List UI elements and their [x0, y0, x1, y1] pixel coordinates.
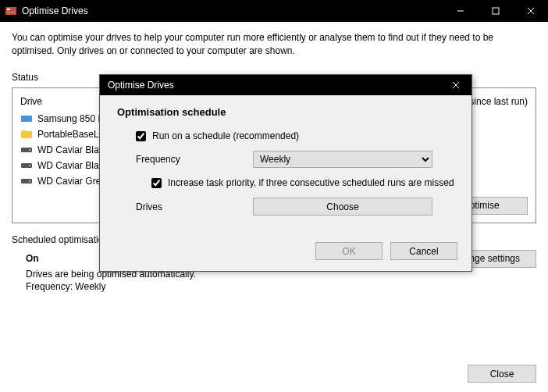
minimize-button[interactable]: [443, 0, 478, 22]
window-titlebar: Optimise Drives: [0, 0, 548, 22]
app-icon: [5, 5, 17, 17]
window-title: Optimise Drives: [22, 5, 443, 16]
run-schedule-label: Run on a schedule (recommended): [152, 130, 299, 141]
drive-name: WD Caviar Black: [37, 160, 109, 171]
hdd-icon: [20, 175, 33, 187]
svg-rect-1: [7, 9, 10, 10]
schedule-frequency: Frequency: Weekly: [26, 281, 443, 292]
svg-point-13: [29, 149, 30, 151]
ssd-icon: [20, 112, 33, 125]
folder-icon: [20, 128, 33, 141]
increase-priority-label: Increase task priority, if three consecu…: [168, 177, 454, 188]
schedule-dialog: Optimise Drives Optimisation schedule Ru…: [99, 74, 472, 272]
increase-priority-checkbox[interactable]: Increase task priority, if three consecu…: [151, 177, 454, 188]
ok-button[interactable]: OK: [315, 242, 383, 260]
increase-priority-input[interactable]: [151, 178, 162, 188]
close-button[interactable]: [513, 0, 548, 22]
svg-rect-3: [7, 12, 15, 13]
frequency-label: Frequency: [136, 154, 253, 165]
svg-rect-11: [21, 130, 26, 133]
hdd-icon: [20, 144, 33, 156]
svg-rect-8: [21, 116, 32, 122]
svg-rect-2: [7, 11, 15, 12]
svg-point-15: [29, 165, 30, 166]
cancel-button[interactable]: Cancel: [390, 242, 457, 260]
dialog-heading: Optimisation schedule: [117, 106, 454, 118]
svg-rect-5: [493, 8, 499, 14]
drive-name: WD Caviar Black: [37, 144, 109, 155]
close-window-button[interactable]: Close: [468, 365, 536, 383]
choose-drives-button[interactable]: Choose: [253, 198, 432, 216]
maximize-button[interactable]: [478, 0, 513, 22]
run-schedule-checkbox[interactable]: Run on a schedule (recommended): [136, 130, 299, 141]
svg-rect-9: [23, 117, 24, 118]
frequency-select[interactable]: Weekly: [253, 151, 432, 168]
hdd-icon: [20, 159, 33, 172]
run-schedule-input[interactable]: [136, 131, 146, 141]
dialog-title: Optimise Drives: [108, 80, 440, 91]
intro-text: You can optimise your drives to help you…: [12, 31, 536, 58]
drives-label: Drives: [136, 201, 253, 212]
dialog-close-button[interactable]: [440, 75, 471, 95]
svg-point-17: [29, 180, 30, 182]
dialog-titlebar: Optimise Drives: [100, 75, 471, 95]
